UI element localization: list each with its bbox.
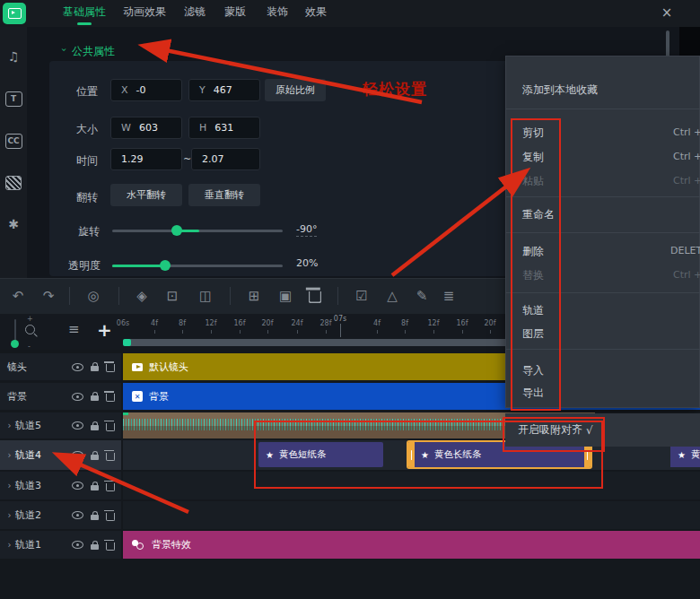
track-header-track-4[interactable]: ›轨道4 xyxy=(0,440,121,470)
trash-icon[interactable] xyxy=(106,543,115,551)
time-end-field[interactable]: 2.07 xyxy=(191,148,260,170)
opacity-slider[interactable] xyxy=(112,265,283,267)
copy-clip-icon[interactable]: ▣ xyxy=(275,278,296,314)
lock-icon[interactable] xyxy=(91,395,99,401)
transitions-icon[interactable] xyxy=(0,169,27,196)
opacity-slider-handle[interactable] xyxy=(160,260,171,271)
menu-item-track[interactable]: 轨道 xyxy=(506,299,700,322)
track-header-track-3[interactable]: ›轨道3 xyxy=(0,472,121,499)
time-range-separator: ~ xyxy=(183,153,191,165)
menu-item-add-to-local-favorites[interactable]: 添加到本地收藏 xyxy=(506,78,700,101)
chevron-down-icon[interactable]: › xyxy=(59,46,69,55)
visibility-eye-icon[interactable] xyxy=(72,451,83,459)
clip-yellow-short-strip[interactable]: ★ 黄色短纸条 xyxy=(258,442,383,467)
trash-icon[interactable] xyxy=(106,453,115,461)
visibility-eye-icon[interactable] xyxy=(72,421,83,430)
lock-icon[interactable] xyxy=(91,544,99,550)
check-icon[interactable]: ☑ xyxy=(351,278,372,314)
original-ratio-button[interactable]: 原始比例 xyxy=(265,79,326,101)
add-track-icon[interactable]: + xyxy=(97,319,112,341)
track-name: 轨道5 xyxy=(15,419,41,432)
zoom-out-icon[interactable]: - xyxy=(28,343,31,351)
trash-icon[interactable] xyxy=(106,364,115,372)
menu-item-delete[interactable]: 删除DELETE xyxy=(506,239,700,263)
visibility-eye-icon[interactable] xyxy=(72,482,83,490)
trash-icon[interactable] xyxy=(106,394,115,402)
menu-item-rename[interactable]: 重命名 xyxy=(506,203,700,226)
position-x-field[interactable]: X -0 xyxy=(110,79,182,101)
size-h-field[interactable]: H 631 xyxy=(188,117,260,139)
track-header-background[interactable]: 背景 xyxy=(0,383,121,410)
text-icon[interactable]: T xyxy=(0,85,27,112)
tab-mask[interactable]: 蒙版 xyxy=(224,0,246,23)
ruler-frame-label: 12f xyxy=(206,319,217,327)
effects-icon[interactable]: ✱ xyxy=(0,211,27,238)
clip-background-effect[interactable]: 背景特效 xyxy=(123,531,700,559)
record-icon[interactable]: ◎ xyxy=(83,278,104,314)
snap-align-toggle[interactable]: 开启吸附对齐 √ xyxy=(505,413,700,447)
track-manager-icon[interactable]: ≡ xyxy=(68,321,80,337)
lock-icon[interactable] xyxy=(91,485,99,490)
tab-decoration[interactable]: 装饰 xyxy=(267,0,288,23)
media-library-icon[interactable] xyxy=(3,3,26,24)
visibility-eye-icon[interactable] xyxy=(72,541,83,549)
layers-icon[interactable]: ≣ xyxy=(438,278,459,314)
time-start-field[interactable]: 1.29 xyxy=(110,148,182,170)
track-header-shots[interactable]: 镜头 xyxy=(0,353,121,380)
track-header-track-5[interactable]: ›轨道5 xyxy=(0,412,121,438)
crop-icon[interactable]: ⊞ xyxy=(243,278,265,314)
tab-basic-properties[interactable]: 基础属性 xyxy=(63,0,106,23)
chevron-right-icon[interactable]: › xyxy=(4,481,15,490)
rotation-slider[interactable] xyxy=(112,230,283,232)
size-w-field[interactable]: W 603 xyxy=(110,117,182,139)
flip-vertical-button[interactable]: 垂直翻转 xyxy=(188,184,260,206)
edit-icon[interactable]: ✎ xyxy=(411,278,433,314)
lock-icon[interactable] xyxy=(91,455,99,460)
magnifier-icon[interactable] xyxy=(25,325,35,334)
menu-item-import[interactable]: 导入 xyxy=(506,359,700,382)
lock-icon[interactable] xyxy=(91,515,99,520)
menu-shortcut: Ctrl + xyxy=(673,264,700,287)
music-icon[interactable]: ♫ xyxy=(0,43,27,70)
trash-icon[interactable] xyxy=(106,483,115,491)
menu-item-layer[interactable]: 图层 xyxy=(506,322,700,345)
lock-icon[interactable] xyxy=(91,366,99,371)
lock-icon[interactable] xyxy=(91,425,99,430)
trash-icon[interactable] xyxy=(106,423,115,431)
tab-effect[interactable]: 效果 xyxy=(305,0,327,23)
visibility-eye-icon[interactable] xyxy=(72,393,83,401)
position-y-field[interactable]: Y 467 xyxy=(188,79,260,101)
close-icon[interactable]: × xyxy=(658,4,676,22)
redo-icon[interactable]: ↷ xyxy=(38,278,59,314)
speed-icon[interactable]: △ xyxy=(381,278,403,314)
zoom-in-icon[interactable]: + xyxy=(27,315,33,323)
chevron-right-icon[interactable]: › xyxy=(4,540,15,550)
timeline-scroll-position[interactable] xyxy=(123,339,131,346)
mark-icon[interactable]: ⊡ xyxy=(162,278,183,314)
menu-item-export[interactable]: 导出 xyxy=(506,381,700,404)
menu-item-copy[interactable]: 复制Ctrl + xyxy=(506,145,700,169)
tab-filter[interactable]: 滤镜 xyxy=(184,0,206,23)
split-icon[interactable]: ◫ xyxy=(195,278,216,314)
captions-icon[interactable]: CC xyxy=(0,127,27,154)
chevron-right-icon[interactable]: › xyxy=(4,421,15,430)
clip-left-trim-handle[interactable] xyxy=(408,442,415,467)
chevron-right-icon[interactable]: › xyxy=(4,450,15,460)
rotation-slider-handle[interactable] xyxy=(171,225,182,236)
rotation-value[interactable]: -90° xyxy=(296,223,317,237)
menu-divider xyxy=(506,349,700,350)
tab-animation[interactable]: 动画效果 xyxy=(123,0,166,23)
visibility-eye-icon[interactable] xyxy=(72,363,83,371)
chevron-right-icon[interactable]: › xyxy=(4,510,15,520)
trash-icon[interactable] xyxy=(106,513,115,521)
track-header-track-2[interactable]: ›轨道2 xyxy=(0,501,121,529)
opacity-value[interactable]: 20% xyxy=(296,257,318,269)
visibility-eye-icon[interactable] xyxy=(72,511,83,519)
menu-item-cut[interactable]: 剪切Ctrl + xyxy=(506,121,700,144)
flip-horizontal-button[interactable]: 水平翻转 xyxy=(110,184,182,206)
track-header-track-1[interactable]: ›轨道1 xyxy=(0,531,121,559)
keyframe-icon[interactable]: ◈ xyxy=(131,278,153,314)
timeline-zoom-slider-handle[interactable] xyxy=(11,340,19,348)
undo-icon[interactable]: ↶ xyxy=(7,278,29,314)
delete-clip-icon[interactable] xyxy=(304,278,326,314)
